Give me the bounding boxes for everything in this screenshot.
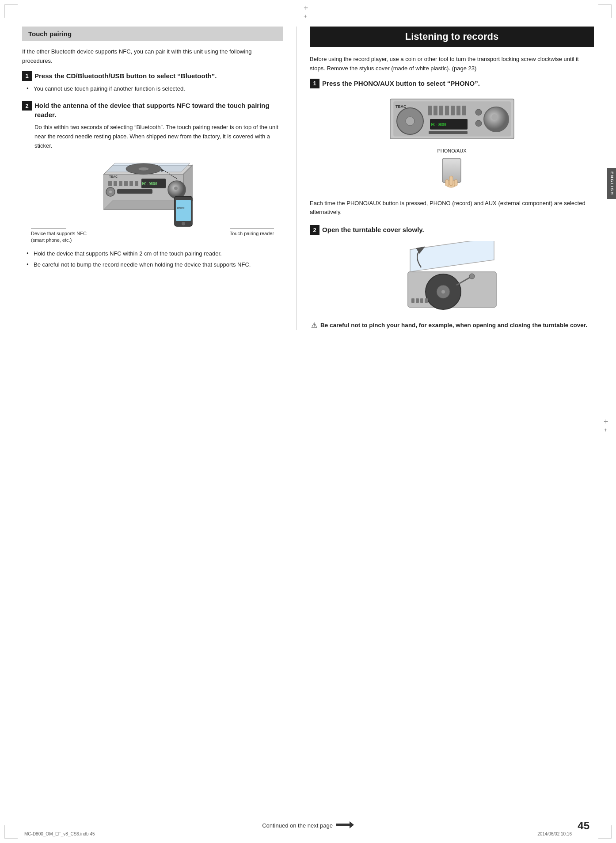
corner-mark-br bbox=[598, 825, 612, 839]
annotation-reader-text: Touch pairing reader bbox=[230, 231, 274, 236]
right-step1-title: Press the PHONO/AUX button to select “PH… bbox=[322, 79, 480, 88]
svg-point-43 bbox=[491, 114, 498, 120]
svg-point-45 bbox=[475, 120, 482, 126]
footer-file-info: MC-D800_OM_EF_v8_CS6.indb 45 bbox=[24, 832, 95, 836]
svg-rect-34 bbox=[439, 106, 443, 115]
crosshair-top: + bbox=[304, 4, 312, 12]
svg-point-25 bbox=[182, 222, 185, 225]
right-step-1: 1 Press the PHONO/AUX button to select “… bbox=[310, 79, 594, 217]
right-step2-number: 2 bbox=[310, 225, 319, 235]
svg-point-44 bbox=[475, 109, 482, 115]
svg-text:MC-D800: MC-D800 bbox=[142, 182, 157, 186]
annotation-reader: Touch pairing reader bbox=[230, 229, 274, 243]
left-step2-title: Hold the antenna of the device that supp… bbox=[34, 101, 283, 119]
left-step1-bullets: You cannot use touch pairing if another … bbox=[22, 84, 283, 93]
corner-mark-tl bbox=[4, 4, 18, 18]
left-step1-bullet-1: You cannot use touch pairing if another … bbox=[27, 84, 283, 93]
stereo-unit-illustration: TEAC bbox=[310, 95, 594, 193]
left-step2-number: 2 bbox=[22, 101, 32, 111]
svg-point-16 bbox=[174, 187, 178, 190]
left-step2-body: Do this within two seconds of selecting … bbox=[22, 123, 283, 150]
svg-marker-61 bbox=[410, 241, 494, 271]
left-step1-title: Press the CD/Bluetooth/USB button to sel… bbox=[34, 71, 217, 80]
right-section-header: Listening to records bbox=[310, 27, 594, 47]
right-step2-heading: 2 Open the turntable cover slowly. bbox=[310, 225, 594, 235]
left-column: Touch pairing If the other Bluetooth dev… bbox=[22, 27, 297, 330]
svg-rect-8 bbox=[114, 181, 117, 186]
svg-point-6 bbox=[138, 167, 149, 171]
corner-mark-bl bbox=[4, 825, 18, 839]
annotation-device: Device that supports NFC(smart phone, et… bbox=[31, 229, 87, 243]
left-step-2: 2 Hold the antenna of the device that su… bbox=[22, 101, 283, 269]
warning-icon: ⚠ bbox=[310, 321, 319, 330]
warning-text: Be careful not to pinch your hand, for e… bbox=[320, 321, 587, 330]
svg-rect-49 bbox=[445, 179, 449, 186]
svg-rect-33 bbox=[433, 106, 437, 115]
svg-rect-9 bbox=[119, 181, 122, 186]
phono-aux-section: PHONO/AUX bbox=[310, 148, 594, 193]
warning-block: ⚠ Be careful not to pinch your hand, for… bbox=[310, 321, 594, 330]
svg-text:TEAC: TEAC bbox=[109, 175, 118, 178]
turntable-svg bbox=[399, 241, 505, 312]
svg-point-56 bbox=[469, 274, 475, 279]
svg-rect-57 bbox=[411, 298, 414, 303]
svg-point-18 bbox=[109, 191, 112, 193]
svg-rect-48 bbox=[449, 176, 453, 186]
annotation-device-text: Device that supports NFC(smart phone, et… bbox=[31, 231, 87, 243]
right-step-2: 2 Open the turntable cover slowly. bbox=[310, 225, 594, 313]
phono-button-wrap bbox=[439, 156, 465, 193]
page-container: + + ENGLISH Touch pairing If the other B… bbox=[0, 0, 616, 843]
svg-rect-59 bbox=[420, 298, 423, 303]
svg-point-31 bbox=[406, 117, 414, 126]
page-number: 45 bbox=[578, 820, 589, 832]
svg-rect-60 bbox=[425, 298, 428, 303]
left-step2-bullet-2: Be careful not to bump the record needle… bbox=[27, 260, 283, 269]
svg-rect-62 bbox=[336, 824, 350, 826]
phono-button-svg bbox=[439, 156, 465, 191]
svg-rect-37 bbox=[456, 106, 460, 115]
svg-rect-41 bbox=[429, 131, 468, 134]
svg-rect-19 bbox=[117, 189, 152, 194]
continued-text: Continued on the next page bbox=[262, 822, 333, 829]
language-tab: ENGLISH bbox=[607, 168, 616, 199]
right-step1-heading: 1 Press the PHONO/AUX button to select “… bbox=[310, 79, 594, 88]
nfc-device-illustration: MC-D800 bbox=[22, 156, 283, 243]
right-section-title: Listening to records bbox=[405, 31, 498, 42]
left-step2-bullets: Hold the device that supports NFC within… bbox=[22, 249, 283, 269]
svg-rect-12 bbox=[135, 181, 138, 186]
left-step2-heading: 2 Hold the antenna of the device that su… bbox=[22, 101, 283, 119]
left-intro-text: If the other Bluetooth device supports N… bbox=[22, 47, 283, 66]
nfc-device-svg: MC-D800 bbox=[91, 156, 214, 232]
continue-arrow bbox=[336, 821, 354, 830]
left-step2-bullet-1: Hold the device that supports NFC within… bbox=[27, 249, 283, 258]
svg-rect-38 bbox=[462, 106, 466, 115]
svg-rect-11 bbox=[129, 181, 133, 186]
svg-rect-35 bbox=[445, 106, 449, 115]
svg-marker-63 bbox=[350, 821, 354, 828]
page-footer: Continued on the next page bbox=[22, 821, 594, 830]
svg-point-54 bbox=[441, 290, 445, 294]
right-column: Listening to records Before using the re… bbox=[297, 27, 594, 330]
svg-rect-58 bbox=[416, 298, 419, 303]
left-step1-heading: 1 Press the CD/Bluetooth/USB button to s… bbox=[22, 71, 283, 81]
turntable-illustration bbox=[310, 241, 594, 313]
svg-text:phone: phone bbox=[177, 206, 185, 209]
corner-mark-tr bbox=[598, 4, 612, 18]
svg-text:TEAC: TEAC bbox=[395, 104, 407, 109]
right-step2-title: Open the turntable cover slowly. bbox=[322, 225, 424, 234]
main-columns: Touch pairing If the other Bluetooth dev… bbox=[22, 27, 594, 330]
left-step-1: 1 Press the CD/Bluetooth/USB button to s… bbox=[22, 71, 283, 93]
svg-rect-50 bbox=[454, 179, 457, 186]
left-section-title: Touch pairing bbox=[28, 30, 72, 38]
svg-rect-36 bbox=[451, 106, 455, 115]
left-section-header: Touch pairing bbox=[22, 27, 283, 41]
svg-rect-10 bbox=[124, 181, 128, 186]
right-step1-body: Each time the PHONO/AUX button is presse… bbox=[310, 199, 594, 217]
svg-text:MC-D800: MC-D800 bbox=[431, 123, 446, 127]
svg-rect-24 bbox=[176, 200, 191, 221]
svg-rect-7 bbox=[108, 181, 112, 186]
crosshair-right: + bbox=[604, 417, 612, 426]
right-step1-number: 1 bbox=[310, 79, 319, 88]
stereo-svg: TEAC bbox=[386, 95, 518, 143]
svg-rect-32 bbox=[428, 106, 432, 115]
